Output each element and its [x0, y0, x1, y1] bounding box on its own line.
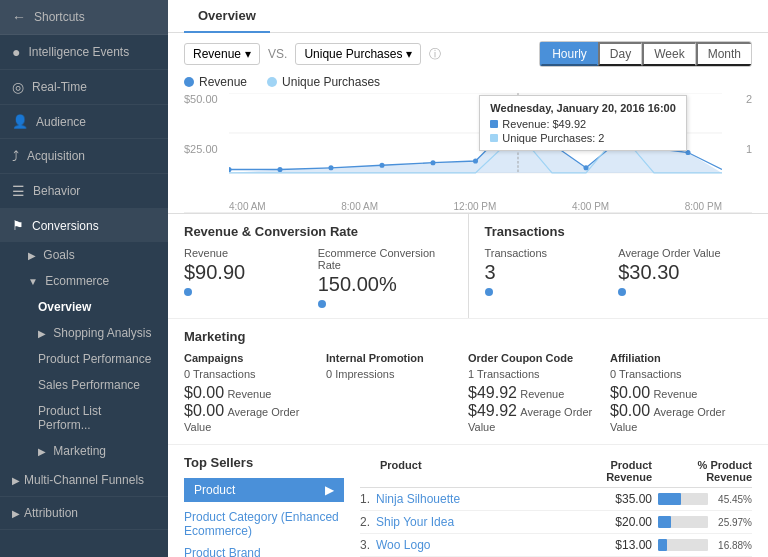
sidebar-item-shopping-analysis[interactable]: ▶ Shopping Analysis — [0, 320, 168, 346]
stats-row: Revenue & Conversion Rate Revenue $90.90… — [168, 213, 768, 318]
x-label-4pm: 4:00 PM — [572, 201, 609, 212]
campaigns-label: Campaigns — [184, 352, 326, 364]
sidebar-item-product-performance[interactable]: Product Performance — [0, 346, 168, 372]
chevron-right-icon-shopping: ▶ — [38, 328, 46, 339]
legend-dot-revenue — [184, 77, 194, 87]
transactions-indicator — [485, 288, 493, 296]
seller-label-product: Product — [194, 483, 235, 497]
bar-bg-0 — [658, 493, 708, 505]
sidebar-item-conversions[interactable]: ⚑ Conversions — [0, 209, 168, 242]
row-name-2[interactable]: Woo Logo — [376, 538, 562, 552]
table-body: 1. Ninja Silhouette $35.00 45.45% 2. Shi… — [360, 488, 752, 557]
campaigns-desc: Revenue — [227, 388, 271, 400]
realtime-icon: ◎ — [12, 79, 24, 95]
sidebar-label-realtime: Real-Time — [32, 80, 87, 94]
chevron-right-icon-product: ▶ — [325, 483, 334, 497]
sidebar-item-marketing[interactable]: ▶ Marketing — [0, 438, 168, 464]
x-label-8pm: 8:00 PM — [685, 201, 722, 212]
sidebar-item-multichannel[interactable]: ▶ Multi-Channel Funnels — [0, 464, 168, 497]
sidebar-item-product-list[interactable]: Product List Perform... — [0, 398, 168, 438]
product-list-label: Product List Perform... — [38, 404, 101, 432]
metric1-select[interactable]: Revenue ▾ — [184, 43, 260, 65]
svg-point-4 — [229, 167, 232, 172]
revenue-section-title: Revenue & Conversion Rate — [184, 224, 452, 239]
row-rank-1: 2. — [360, 515, 376, 529]
behavior-icon: ☰ — [12, 183, 25, 199]
info-icon[interactable]: ⓘ — [429, 46, 441, 63]
sidebar-label-acquisition: Acquisition — [27, 149, 85, 163]
sidebar-item-intelligence[interactable]: ● Intelligence Events — [0, 35, 168, 70]
x-label-12pm: 12:00 PM — [454, 201, 497, 212]
row-name-0[interactable]: Ninja Silhouette — [376, 492, 562, 506]
top-sellers-title: Top Sellers — [184, 455, 344, 470]
sidebar-item-goals[interactable]: ▶ Goals — [0, 242, 168, 268]
transactions-section: Transactions Transactions 3 Average Orde… — [469, 214, 769, 318]
chevron-down-icon: ▼ — [28, 276, 38, 287]
seller-link-product-category[interactable]: Product Category (Enhanced Ecommerce) — [184, 506, 344, 542]
metric2-select[interactable]: Unique Purchases ▾ — [295, 43, 421, 65]
sidebar: ← Shortcuts ● Intelligence Events ◎ Real… — [0, 0, 168, 557]
affiliation-value2: $0.00 — [610, 402, 650, 419]
seller-link-product-brand[interactable]: Product Brand — [184, 542, 344, 557]
shortcuts-icon: ← — [12, 9, 26, 25]
sidebar-item-audience[interactable]: 👤 Audience — [0, 105, 168, 139]
svg-point-8 — [430, 160, 435, 165]
goals-label: Goals — [43, 248, 74, 262]
row-name-1[interactable]: Ship Your Idea — [376, 515, 562, 529]
acquisition-icon: ⤴ — [12, 148, 19, 164]
coupon-desc: Revenue — [520, 388, 564, 400]
campaigns-value2: $0.00 — [184, 402, 224, 419]
multichannel-label: Multi-Channel Funnels — [24, 473, 144, 487]
vs-label: VS. — [268, 47, 287, 61]
svg-point-6 — [328, 165, 333, 170]
sidebar-item-overview[interactable]: Overview — [0, 294, 168, 320]
internal-promo-label: Internal Promotion — [326, 352, 468, 364]
sidebar-item-shortcuts[interactable]: ← Shortcuts — [0, 0, 168, 35]
legend-label-revenue: Revenue — [199, 75, 247, 89]
time-btn-week[interactable]: Week — [642, 42, 695, 66]
conversion-indicator — [318, 300, 326, 308]
time-btn-month[interactable]: Month — [696, 42, 751, 66]
sidebar-item-behavior[interactable]: ☰ Behavior — [0, 174, 168, 209]
svg-point-12 — [583, 165, 588, 170]
tab-overview[interactable]: Overview — [184, 0, 270, 33]
seller-item-product[interactable]: Product ▶ — [184, 478, 344, 502]
shopping-analysis-label: Shopping Analysis — [53, 326, 151, 340]
overview-label: Overview — [38, 300, 91, 314]
sidebar-item-realtime[interactable]: ◎ Real-Time — [0, 70, 168, 105]
affiliation-desc: Revenue — [653, 388, 697, 400]
audience-icon: 👤 — [12, 114, 28, 129]
tooltip-revenue-label: Revenue: $49.92 — [502, 118, 586, 130]
coupon-sub: 1 Transactions — [468, 368, 610, 380]
bar-fill-2 — [658, 539, 667, 551]
x-label-8am: 8:00 AM — [341, 201, 378, 212]
coupon-value2: $49.92 — [468, 402, 517, 419]
sidebar-label-behavior: Behavior — [33, 184, 80, 198]
coupon-label: Order Coupon Code — [468, 352, 610, 364]
chevron-right-icon-attribution: ▶ — [12, 508, 20, 519]
sidebar-item-sales-performance[interactable]: Sales Performance — [0, 372, 168, 398]
sidebar-item-ecommerce[interactable]: ▼ Ecommerce — [0, 268, 168, 294]
sidebar-item-attribution[interactable]: ▶ Attribution — [0, 497, 168, 530]
y-label-50: $50.00 — [184, 93, 229, 105]
ecommerce-label: Ecommerce — [45, 274, 109, 288]
time-btn-hourly[interactable]: Hourly — [540, 42, 598, 66]
sidebar-item-acquisition[interactable]: ⤴ Acquisition — [0, 139, 168, 174]
header-revenue: Product Revenue — [562, 459, 652, 483]
revenue-stats: Revenue $90.90 Ecommerce Conversion Rate… — [184, 247, 452, 308]
chart-y-axis: $50.00 $25.00 — [184, 93, 229, 192]
top-sellers-table: Product Product Revenue % Product Revenu… — [360, 455, 752, 557]
tooltip-purchases-dot — [490, 134, 498, 142]
table-row: 2. Ship Your Idea $20.00 25.97% — [360, 511, 752, 534]
internal-promo-sub: 0 Impressions — [326, 368, 468, 380]
legend-unique-purchases: Unique Purchases — [267, 75, 380, 89]
row-rank-2: 3. — [360, 538, 376, 552]
chevron-right-icon: ▶ — [28, 250, 36, 261]
y-right-label-1: 1 — [722, 143, 752, 155]
bar-pct-1: 25.97% — [712, 517, 752, 528]
time-btn-day[interactable]: Day — [598, 42, 642, 66]
bar-fill-1 — [658, 516, 671, 528]
revenue-label: Revenue — [184, 247, 302, 259]
bar-fill-0 — [658, 493, 681, 505]
sidebar-label-intelligence: Intelligence Events — [28, 45, 129, 59]
